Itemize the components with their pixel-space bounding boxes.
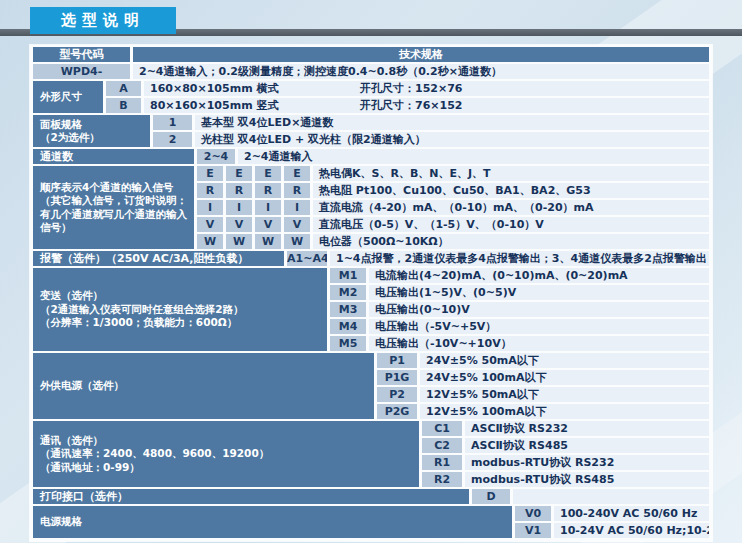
table-row: W W W W 电位器（500Ω~10KΩ） xyxy=(197,234,709,249)
table-row: R R R R 热电阻 Pt100、Cu100、Cu50、BA1、BA2、G53 xyxy=(197,183,709,198)
power-spec-section: 电源规格 V0 100-240V AC 50/60 Hz V1 10-24V A… xyxy=(33,506,709,538)
comm-code-c1: C1 xyxy=(422,421,462,436)
dimension-desc-a: 160×80×105mm 横式 开孔尺寸：152×76 xyxy=(144,81,709,96)
channels-desc: 2~4通道输入 xyxy=(238,149,709,164)
input-code-r: R xyxy=(197,183,223,198)
comm-label-line1: 通讯（选件） xyxy=(40,434,419,448)
alarm-code: A1~A4 xyxy=(287,251,327,266)
table-row: E E E E 热电偶K、S、R、B、N、E、J、T xyxy=(197,166,709,181)
transmit-label-line2: （2通道输入仪表可同时任意组合选择2路） xyxy=(40,303,327,317)
panel-desc-2: 光柱型 双4位LED + 双光柱（限2通道输入） xyxy=(195,132,709,147)
comm-code-r1: R1 xyxy=(422,455,462,470)
power-desc-v0: 100-240V AC 50/60 Hz xyxy=(554,506,709,521)
dimension-code-b: B xyxy=(106,98,141,113)
input-desc-i: 直流电流（4-20）mA、（0-10）mA、（0-20）mA xyxy=(313,200,709,215)
ext-power-rows: P1 24V±5% 50mA以下 P1G 24V±5% 100mA以下 P2 1… xyxy=(377,353,709,419)
transmit-code-m5: M5 xyxy=(330,336,366,351)
datasheet-page: 选型说明 型号代码 技术规格 WPD4- 2~4通道输入；0.2级测量精度；测控… xyxy=(0,0,742,543)
ext-power-section: 外供电源（选件） P1 24V±5% 50mA以下 P1G 24V±5% 100… xyxy=(33,353,709,419)
table-row: M4 电压输出（-5V~+5V） xyxy=(330,319,709,334)
table-row: R1 modbus-RTU协议 RS232 xyxy=(422,455,709,470)
comm-section: 通讯（选件） （通讯速率：2400、4800、9600、19200） （通讯地址… xyxy=(33,421,709,487)
input-code-e: E xyxy=(284,166,310,181)
table-row: M1 电流输出(4~20)mA、(0~10)mA、(0~20)mA xyxy=(330,268,709,283)
panel-label: 面板规格 （2为选件） xyxy=(33,115,150,147)
input-code-i: I xyxy=(197,200,223,215)
panel-label-line2: （2为选件） xyxy=(40,131,150,145)
dimension-size-a: 160×80×105mm 横式 xyxy=(150,81,360,96)
dimensions-label: 外形尺寸 xyxy=(33,81,103,113)
table-row: P2 12V±5% 50mA以下 xyxy=(377,387,709,402)
table-row: R2 modbus-RTU协议 RS485 xyxy=(422,472,709,487)
transmit-code-m2: M2 xyxy=(330,285,366,300)
transmit-label: 变送（选件） （2通道输入仪表可同时任意组合选择2路） （分辨率：1/3000；… xyxy=(33,268,327,351)
panel-section: 面板规格 （2为选件） 1 基本型 双4位LED×通道数 2 光柱型 双4位LE… xyxy=(33,115,709,147)
comm-code-r2: R2 xyxy=(422,472,462,487)
input-code-i: I xyxy=(255,200,281,215)
power-code-v0: V0 xyxy=(515,506,551,521)
channels-row: 通道数 2~4 2~4通道输入 xyxy=(33,149,709,164)
alarm-row: 报警（选件）（250V AC/3A,阻性负载） A1~A4 1~4点报警，2通道… xyxy=(33,251,709,266)
input-code-w: W xyxy=(255,234,281,249)
power-desc-v1: 10-24V AC 50/60 Hz;10-24V DC xyxy=(554,523,709,538)
dimensions-rows: A 160×80×105mm 横式 开孔尺寸：152×76 B 80×160×1… xyxy=(106,81,709,113)
alarm-desc: 1~4点报警，2通道仪表最多4点报警输出；3、4通道仪表最多2点报警输出 xyxy=(330,251,709,266)
table-row: V V V V 直流电压（0-5）V、（1-5）V、（0-10）V xyxy=(197,217,709,232)
model-desc: 2~4通道输入；0.2级测量精度；测控速度0.4~0.8秒（0.2秒×通道数） xyxy=(133,64,709,79)
table-row: 2 光柱型 双4位LED + 双光柱（限2通道输入） xyxy=(153,132,709,147)
input-desc-v: 直流电压（0-5）V、（1-5）V、（0-10）V xyxy=(313,217,709,232)
model-row: WPD4- 2~4通道输入；0.2级测量精度；测控速度0.4~0.8秒（0.2秒… xyxy=(33,64,709,79)
transmit-code-m1: M1 xyxy=(330,268,366,283)
panel-label-line1: 面板规格 xyxy=(40,118,150,132)
transmit-desc-m4: 电压输出（-5V~+5V） xyxy=(369,319,709,334)
dimension-cutout-a: 开孔尺寸：152×76 xyxy=(360,81,463,96)
transmit-desc-m1: 电流输出(4~20)mA、(0~10)mA、(0~20)mA xyxy=(369,268,709,283)
table-row: C1 ASCⅡ协议 RS232 xyxy=(422,421,709,436)
power-spec-rows: V0 100-240V AC 50/60 Hz V1 10-24V AC 50/… xyxy=(515,506,709,538)
input-code-v: V xyxy=(197,217,223,232)
input-desc-e: 热电偶K、S、R、B、N、E、J、T xyxy=(313,166,709,181)
comm-label-line2: （通讯速率：2400、4800、9600、19200） xyxy=(40,447,419,461)
input-code-w: W xyxy=(226,234,252,249)
input-code-v: V xyxy=(284,217,310,232)
input-signals-label: 顺序表示4个通道的输入信号 （其它输入信号，订货时说明： 有几个通道就写几个通道… xyxy=(33,166,194,249)
comm-label: 通讯（选件） （通讯速率：2400、4800、9600、19200） （通讯地址… xyxy=(33,421,419,487)
comm-desc-c1: ASCⅡ协议 RS232 xyxy=(465,421,709,436)
input-signal-rows: E E E E 热电偶K、S、R、B、N、E、J、T R R R R 热电阻 P… xyxy=(197,166,709,249)
transmit-desc-m3: 电压输出(0~10)V xyxy=(369,302,709,317)
transmit-section: 变送（选件） （2通道输入仪表可同时任意组合选择2路） （分辨率：1/3000；… xyxy=(33,268,709,351)
input-signals-label-line3: 有几个通道就写几个通道的输入 xyxy=(40,208,194,222)
transmit-desc-m2: 电压输出(1~5)V、(0~5)V xyxy=(369,285,709,300)
model-code-header: 型号代码 xyxy=(33,47,130,62)
comm-code-c2: C2 xyxy=(422,438,462,453)
input-code-e: E xyxy=(226,166,252,181)
table-row: I I I I 直流电流（4-20）mA、（0-10）mA、（0-20）mA xyxy=(197,200,709,215)
dimension-desc-b: 80×160×105mm 竖式 开孔尺寸：76×152 xyxy=(144,98,709,113)
ext-power-label: 外供电源（选件） xyxy=(33,353,374,419)
table-row: A 160×80×105mm 横式 开孔尺寸：152×76 xyxy=(106,81,709,96)
input-desc-r: 热电阻 Pt100、Cu100、Cu50、BA1、BA2、G53 xyxy=(313,183,709,198)
selection-table: 型号代码 技术规格 WPD4- 2~4通道输入；0.2级测量精度；测控速度0.4… xyxy=(30,45,712,541)
transmit-label-line3: （分辨率：1/3000；负载能力：600Ω） xyxy=(40,316,327,330)
ext-power-desc-p2g: 12V±5% 100mA以下 xyxy=(420,404,709,419)
table-row: B 80×160×105mm 竖式 开孔尺寸：76×152 xyxy=(106,98,709,113)
input-code-r: R xyxy=(255,183,281,198)
ext-power-desc-p2: 12V±5% 50mA以下 xyxy=(420,387,709,402)
input-signals-label-line1: 顺序表示4个通道的输入信号 xyxy=(40,181,194,195)
input-code-r: R xyxy=(226,183,252,198)
panel-desc-1: 基本型 双4位LED×通道数 xyxy=(195,115,709,130)
channels-code: 2~4 xyxy=(197,149,235,164)
table-row: V1 10-24V AC 50/60 Hz;10-24V DC xyxy=(515,523,709,538)
table-row: P1G 24V±5% 100mA以下 xyxy=(377,370,709,385)
print-row: 打印接口（选件） D xyxy=(33,489,709,504)
table-row: C2 ASCⅡ协议 RS485 xyxy=(422,438,709,453)
transmit-desc-m5: 电压输出（-10V~+10V） xyxy=(369,336,709,351)
alarm-label: 报警（选件）（250V AC/3A,阻性负载） xyxy=(33,251,284,266)
input-code-r: R xyxy=(284,183,310,198)
page-title: 选型说明 xyxy=(30,7,176,34)
print-label: 打印接口（选件） xyxy=(33,489,469,504)
comm-desc-c2: ASCⅡ协议 RS485 xyxy=(465,438,709,453)
ext-power-code-p1: P1 xyxy=(377,353,417,368)
panel-code-1: 1 xyxy=(153,115,192,130)
ext-power-desc-p1: 24V±5% 50mA以下 xyxy=(420,353,709,368)
